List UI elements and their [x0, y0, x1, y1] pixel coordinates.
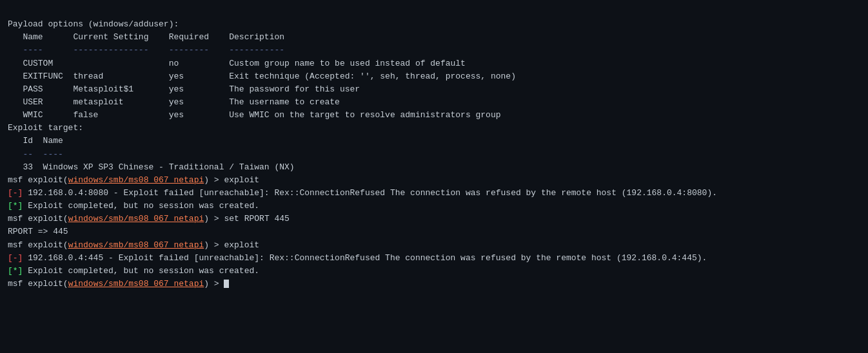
prompt3: msf exploit(windows/smb/ms08_067_netapi)…: [8, 239, 860, 252]
table-divider: ---- --------------- -------- ----------…: [8, 44, 860, 57]
prompt4: msf exploit(windows/smb/ms08_067_netapi)…: [8, 278, 860, 291]
row-exitfunc: EXITFUNC thread yes Exit technique (Acce…: [8, 70, 860, 83]
prompt1: msf exploit(windows/smb/ms08_067_netapi)…: [8, 174, 860, 187]
error1: [-] 192.168.0.4:8080 - Exploit failed [u…: [8, 187, 860, 200]
target-row-33: 33 Windows XP SP3 Chinese - Traditional …: [8, 161, 860, 174]
row-wmic: WMIC false yes Use WMIC on the target to…: [8, 109, 860, 122]
rport-set: RPORT => 445: [8, 225, 860, 238]
row-pass: PASS Metasploit$1 yes The password for t…: [8, 83, 860, 96]
info2: [*] Exploit completed, but no session wa…: [8, 265, 860, 278]
table-header: Name Current Setting Required Descriptio…: [8, 31, 860, 44]
row-user: USER metasploit yes The username to crea…: [8, 96, 860, 109]
target-col-divider: -- ----: [8, 148, 860, 161]
terminal-cursor: [224, 280, 229, 288]
exploit-target-header: Exploit target:: [8, 122, 860, 135]
terminal-output: Payload options (windows/adduser): Name …: [0, 0, 868, 296]
row-custom: CUSTOM no Custom group name to be used i…: [8, 57, 860, 70]
target-col-header: Id Name: [8, 135, 860, 148]
prompt2: msf exploit(windows/smb/ms08_067_netapi)…: [8, 213, 860, 225]
error2: [-] 192.168.0.4:445 - Exploit failed [un…: [8, 252, 860, 265]
payload-options-header: Payload options (windows/adduser):: [8, 18, 860, 31]
info1: [*] Exploit completed, but no session wa…: [8, 200, 860, 213]
